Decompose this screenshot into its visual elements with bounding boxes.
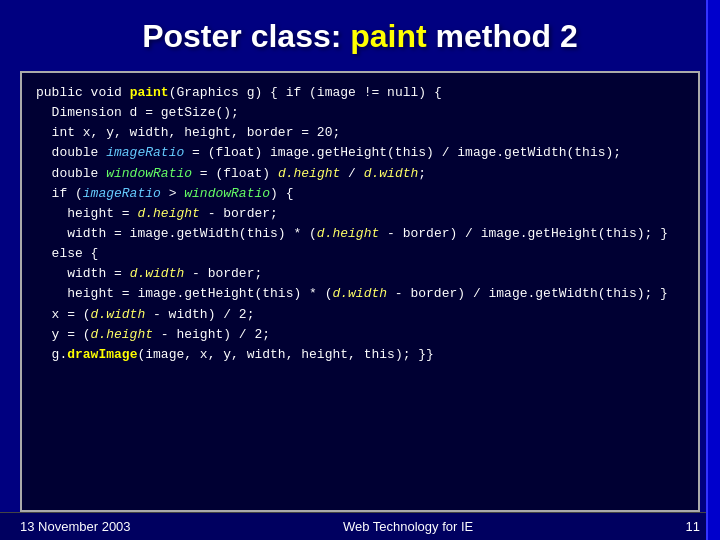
slide-title: Poster class: paint method 2 [30, 18, 690, 55]
title-prefix: Poster class: [142, 18, 350, 54]
title-suffix: method 2 [427, 18, 578, 54]
code-block: public void paint(Graphics g) { if (imag… [36, 83, 684, 365]
footer-date: 13 November 2003 [20, 519, 131, 534]
code-box: public void paint(Graphics g) { if (imag… [20, 71, 700, 512]
title-keyword: paint [350, 18, 426, 54]
slide: Poster class: paint method 2 public void… [0, 0, 720, 540]
footer-title: Web Technology for IE [343, 519, 473, 534]
footer-page: 11 [686, 519, 700, 534]
title-area: Poster class: paint method 2 [0, 0, 720, 65]
footer: 13 November 2003 Web Technology for IE 1… [0, 512, 720, 540]
